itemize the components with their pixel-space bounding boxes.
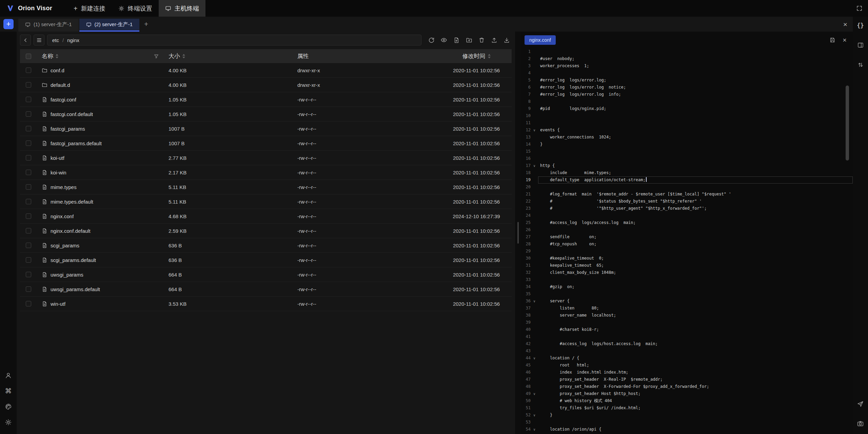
close-all-tabs-button[interactable]: × [843, 21, 847, 28]
code-line[interactable]: 40 #charset koi8-r; [521, 326, 853, 333]
file-name[interactable]: koi-win [51, 170, 66, 175]
file-name[interactable]: scgi_params [51, 243, 79, 248]
new-folder-button[interactable] [464, 35, 474, 45]
code-line[interactable]: 45 root html; [521, 362, 853, 369]
row-checkbox[interactable] [26, 228, 31, 233]
file-name[interactable]: fastcgi.conf.default [51, 111, 93, 117]
row-checkbox[interactable] [26, 140, 31, 146]
row-checkbox[interactable] [26, 82, 31, 88]
fold-chevron-icon[interactable]: ∨ [531, 298, 538, 305]
row-checkbox[interactable] [26, 257, 31, 263]
mtime-column-header[interactable]: 修改时间 [441, 52, 512, 60]
row-checkbox[interactable] [26, 184, 31, 190]
code-line[interactable]: 6#error_log logs/error.log notice; [521, 84, 853, 91]
code-line[interactable]: 53 [521, 419, 853, 426]
file-row[interactable]: default.d 4.00 KB drwxr-xr-x 2020-11-01 … [20, 78, 512, 92]
code-line[interactable]: 1 [521, 48, 853, 55]
row-checkbox[interactable] [26, 243, 31, 248]
code-line[interactable]: 33 [521, 276, 853, 283]
code-line[interactable]: 34 #gzip on; [521, 283, 853, 290]
select-all-checkbox[interactable] [26, 54, 31, 59]
fold-chevron-icon[interactable]: ∨ [531, 426, 538, 433]
code-line[interactable]: 5#error_log logs/error.log; [521, 77, 853, 84]
code-line[interactable]: 31 keepalive_timeout 65; [521, 262, 853, 269]
sort-icon[interactable] [488, 54, 491, 58]
code-line[interactable]: 46 index index.html index.htm; [521, 369, 853, 376]
row-checkbox[interactable] [26, 97, 31, 102]
code-line[interactable]: 20 [521, 184, 853, 191]
sort-icon[interactable] [56, 54, 58, 58]
code-line[interactable]: 37 listen 80; [521, 305, 853, 312]
row-checkbox[interactable] [26, 170, 31, 175]
code-line[interactable]: 48 proxy_set_header X-Forwarded-For $pro… [521, 383, 853, 390]
code-line[interactable]: 19 default_type application/octet-stream… [521, 176, 853, 184]
filter-icon[interactable] [154, 54, 159, 59]
close-editor-button[interactable]: × [843, 37, 847, 44]
file-name[interactable]: mime.types [51, 184, 77, 190]
file-name[interactable]: uwsgi_params.default [51, 286, 100, 292]
code-line[interactable]: 12∨events { [521, 127, 853, 134]
refresh-button[interactable] [426, 35, 436, 45]
file-row[interactable]: uwsgi_params 664 B -rw-r--r-- 2020-11-01… [20, 267, 512, 282]
code-line[interactable]: 52∨ } [521, 412, 853, 419]
file-name[interactable]: mime.types.default [51, 199, 93, 205]
snippets-button[interactable]: {} [855, 20, 866, 31]
code-line[interactable]: 16 [521, 155, 853, 162]
code-line[interactable]: 32 client_max_body_size 1048m; [521, 269, 853, 276]
transfer-list-button[interactable] [855, 60, 866, 70]
code-line[interactable]: 23 # '"$http_user_agent" "$http_x_forwar… [521, 205, 853, 212]
file-name[interactable]: fastcgi_params.default [51, 140, 102, 146]
code-line[interactable]: 10 [521, 112, 853, 119]
code-line[interactable]: 27 sendfile on; [521, 233, 853, 241]
file-row[interactable]: nginx.conf 4.68 KB -rw-r--r-- 2024-12-10… [20, 209, 512, 224]
row-checkbox[interactable] [26, 199, 31, 204]
file-name[interactable]: uwsgi_params [51, 272, 83, 278]
code-line[interactable]: 21 #log_format main '$remote_addr - $rem… [521, 191, 853, 198]
breadcrumb[interactable]: etc / nginx [47, 35, 421, 45]
save-file-button[interactable] [829, 37, 835, 43]
fold-chevron-icon[interactable]: ∨ [531, 355, 538, 362]
code-line[interactable]: 13 worker_connections 1024; [521, 134, 853, 141]
panel-splitter[interactable] [515, 32, 521, 434]
row-checkbox[interactable] [26, 272, 31, 277]
code-line[interactable]: 8 [521, 98, 853, 105]
user-button[interactable] [3, 370, 14, 381]
code-line[interactable]: 43 [521, 347, 853, 355]
screenshot-button[interactable] [855, 418, 866, 429]
send-command-button[interactable] [855, 399, 866, 409]
file-name[interactable]: conf.d [51, 68, 64, 73]
fold-chevron-icon[interactable]: ∨ [531, 390, 538, 397]
editor-file-tab[interactable]: nginx.conf [525, 35, 556, 45]
menu-host-terminal[interactable]: 主机终端 [159, 0, 205, 17]
code-line[interactable]: 38 server_name localhost; [521, 312, 853, 319]
delete-button[interactable] [476, 35, 487, 45]
file-row[interactable]: koi-win 2.17 KB -rw-r--r-- 2020-11-01 10… [20, 165, 512, 180]
new-terminal-button[interactable]: + [3, 19, 14, 29]
code-line[interactable]: 11 [521, 119, 853, 127]
file-row[interactable]: nginx.conf.default 2.59 KB -rw-r--r-- 20… [20, 224, 512, 238]
file-row[interactable]: win-utf 3.53 KB -rw-r--r-- 2020-11-01 10… [20, 297, 512, 311]
name-column-header[interactable]: 名称 [37, 52, 164, 60]
terminal-tab[interactable]: (1) server-生产-1 [18, 19, 79, 32]
splitter-handle[interactable] [517, 222, 519, 244]
code-line[interactable]: 28 #tcp_nopush on; [521, 241, 853, 248]
code-line[interactable]: 29 [521, 248, 853, 255]
upload-button[interactable] [489, 35, 499, 45]
file-name[interactable]: win-utf [51, 301, 65, 307]
code-line[interactable]: 18 include mime.types; [521, 169, 853, 176]
file-name[interactable]: fastcgi.conf [51, 97, 76, 102]
row-checkbox[interactable] [26, 126, 31, 131]
file-row[interactable]: mime.types 5.11 KB -rw-r--r-- 2020-11-01… [20, 180, 512, 194]
file-row[interactable]: fastcgi.conf.default 1.05 KB -rw-r--r-- … [20, 107, 512, 121]
download-button[interactable] [501, 35, 512, 45]
file-name[interactable]: scgi_params.default [51, 257, 96, 263]
file-row[interactable]: scgi_params 636 B -rw-r--r-- 2020-11-01 … [20, 238, 512, 253]
sort-icon[interactable] [182, 54, 185, 58]
menu-terminal-settings[interactable]: 终端设置 [112, 0, 159, 17]
size-column-header[interactable]: 大小 [164, 52, 293, 60]
row-checkbox[interactable] [26, 155, 31, 161]
file-name[interactable]: nginx.conf [51, 213, 74, 219]
add-tab-button[interactable]: + [144, 20, 148, 28]
file-row[interactable]: scgi_params.default 636 B -rw-r--r-- 202… [20, 253, 512, 267]
file-row[interactable]: koi-utf 2.77 KB -rw-r--r-- 2020-11-01 10… [20, 151, 512, 165]
